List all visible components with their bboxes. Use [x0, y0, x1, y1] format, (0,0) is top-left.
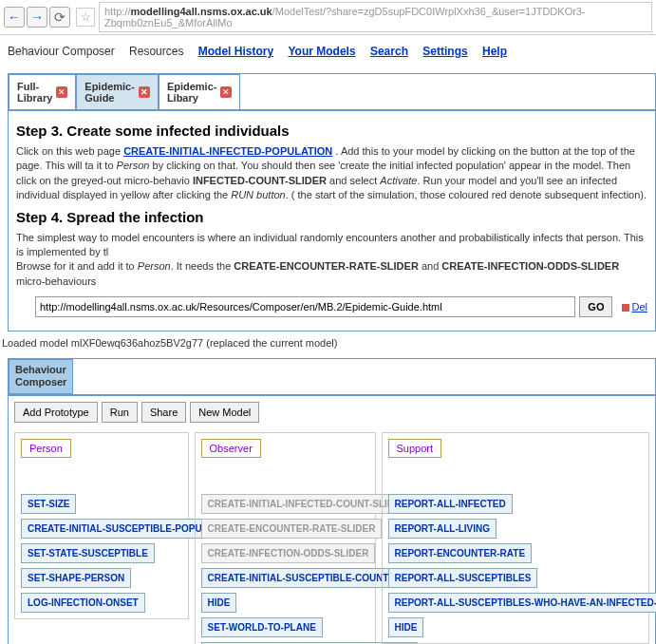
back-button[interactable]: ← — [4, 7, 25, 28]
report-all-susceptibles-btn[interactable]: REPORT-ALL-SUSCEPTIBLES — [388, 568, 538, 588]
go-button[interactable]: GO — [579, 296, 612, 317]
step3-paragraph: Click on this web page CREATE-INITIAL-IN… — [16, 144, 647, 203]
menu-behaviour-composer[interactable]: Behaviour Composer — [8, 45, 115, 58]
add-prototype-button[interactable]: Add Prototype — [14, 402, 98, 423]
set-state-susceptible-btn[interactable]: SET-STATE-SUSCEPTIBLE — [21, 543, 155, 563]
panels-row: Person SET-SIZE CREATE-INITIAL-SUSCEPTIB… — [14, 432, 649, 645]
menu-help[interactable]: Help — [482, 45, 507, 58]
observer-panel-title[interactable]: Observer — [201, 439, 261, 458]
log-infection-onset-btn[interactable]: LOG-INFECTION-ONSET — [21, 593, 145, 613]
close-icon[interactable]: ✕ — [220, 86, 232, 98]
report-susceptibles-infected-acq-btn[interactable]: REPORT-ALL-SUSCEPTIBLES-WHO-HAVE-AN-INFE… — [388, 593, 657, 613]
set-shape-person-btn[interactable]: SET-SHAPE-PERSON — [21, 568, 131, 588]
support-panel-title[interactable]: Support — [388, 439, 442, 458]
app-menu-bar: Behaviour Composer Resources Model Histo… — [0, 35, 656, 66]
observer-panel: Observer CREATE-INITIAL-INFECTED-COUNT-S… — [195, 432, 376, 645]
menu-resources[interactable]: Resources — [129, 45, 183, 58]
composer-body: Add Prototype Run Share New Model Person… — [9, 394, 655, 645]
resource-url-input[interactable] — [35, 296, 575, 317]
url-prefix: http:// — [104, 6, 131, 17]
person-panel-title[interactable]: Person — [21, 439, 71, 458]
step4-title: Step 4. Spread the infection — [16, 209, 647, 225]
tab-full-library[interactable]: Full-Library ✕ — [9, 74, 76, 109]
menu-your-models[interactable]: Your Models — [288, 45, 355, 58]
hide-support-btn[interactable]: HIDE — [388, 617, 424, 637]
close-icon[interactable]: ✕ — [139, 86, 150, 98]
tab-content: Step 3. Create some infected individuals… — [9, 111, 655, 331]
forward-button[interactable]: → — [27, 7, 47, 28]
share-button[interactable]: Share — [141, 402, 186, 423]
set-world-plane-btn[interactable]: SET-WORLD-TO-PLANE — [201, 617, 323, 637]
composer-toolbar: Add Prototype Run Share New Model — [14, 402, 649, 423]
step4-paragraph: The simplest way to model encounters is … — [16, 231, 647, 290]
infection-odds-slider-btn[interactable]: CREATE-INFECTION-ODDS-SLIDER — [201, 543, 376, 563]
encounter-rate-slider-btn[interactable]: CREATE-ENCOUNTER-RATE-SLIDER — [201, 519, 383, 539]
report-all-living-btn[interactable]: REPORT-ALL-LIVING — [388, 519, 497, 539]
browser-toolbar: ← → ⟳ ☆ http://modelling4all.nsms.ox.ac.… — [0, 0, 656, 35]
url-bar[interactable]: http://modelling4all.nsms.ox.ac.uk/Model… — [99, 2, 652, 32]
create-infected-link[interactable]: CREATE-INITIAL-INFECTED-POPULATION — [123, 145, 332, 157]
tab-epidemic-guide[interactable]: Epidemic-Guide ✕ — [76, 74, 159, 109]
support-panel: Support REPORT-ALL-INFECTED REPORT-ALL-L… — [382, 432, 650, 644]
composer-frame: BehaviourComposer Add Prototype Run Shar… — [8, 358, 656, 644]
bookmark-star-icon[interactable]: ☆ — [76, 8, 95, 27]
hide-observer-btn[interactable]: HIDE — [201, 593, 237, 613]
go-row: GO Del — [16, 296, 647, 317]
menu-settings[interactable]: Settings — [422, 45, 467, 58]
step3-title: Step 3. Create some infected individuals — [16, 123, 647, 139]
new-model-button[interactable]: New Model — [190, 402, 259, 423]
content-frame: Full-Library ✕ Epidemic-Guide ✕ Epidemic… — [8, 73, 656, 331]
set-size-btn[interactable]: SET-SIZE — [21, 494, 76, 514]
delete-square-icon — [622, 304, 629, 312]
tabs-row: Full-Library ✕ Epidemic-Guide ✕ Epidemic… — [9, 74, 655, 111]
delete-link[interactable]: Del — [622, 301, 647, 313]
reload-button[interactable]: ⟳ — [49, 7, 70, 28]
run-button[interactable]: Run — [102, 402, 138, 423]
person-panel: Person SET-SIZE CREATE-INITIAL-SUSCEPTIB… — [14, 432, 189, 619]
close-icon[interactable]: ✕ — [56, 86, 67, 98]
status-message: Loaded model mlXF0ewq636ahoz5BV2g77 (rep… — [0, 331, 656, 354]
url-domain: modelling4all.nsms.ox.ac.uk — [131, 6, 272, 17]
menu-model-history[interactable]: Model History — [198, 45, 273, 58]
report-encounter-rate-btn[interactable]: REPORT-ENCOUNTER-RATE — [388, 543, 533, 563]
menu-search[interactable]: Search — [370, 45, 408, 58]
report-all-infected-btn[interactable]: REPORT-ALL-INFECTED — [388, 494, 513, 514]
composer-tab[interactable]: BehaviourComposer — [9, 359, 73, 393]
tab-epidemic-library[interactable]: Epidemic-Libary ✕ — [159, 74, 241, 109]
